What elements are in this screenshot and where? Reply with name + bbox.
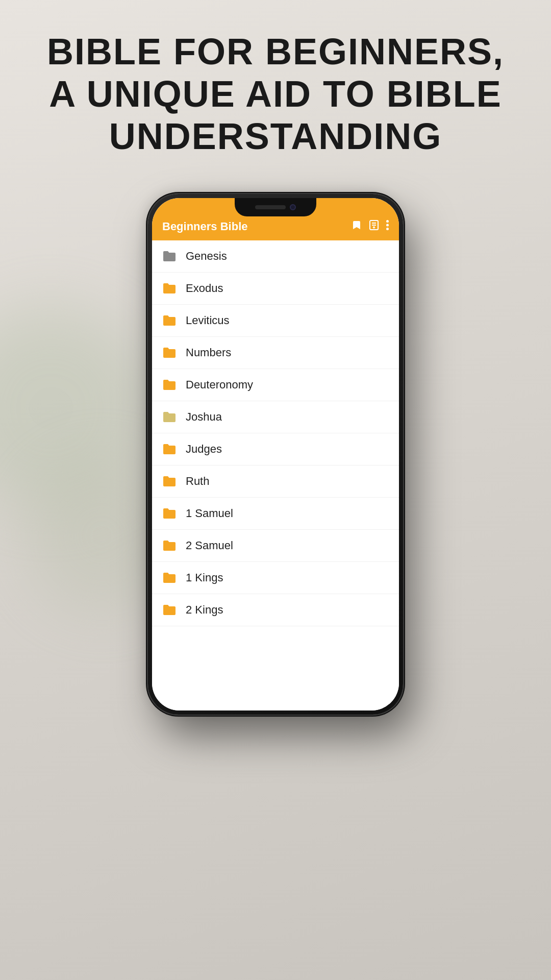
folder-icon bbox=[162, 507, 177, 520]
list-item[interactable]: 1 Samuel bbox=[152, 498, 399, 530]
list-item[interactable]: Deuteronomy bbox=[152, 369, 399, 401]
folder-icon bbox=[162, 603, 177, 617]
notch bbox=[235, 198, 316, 216]
list-item[interactable]: 1 Kings bbox=[152, 562, 399, 594]
phone-mockup: Beginners Bible bbox=[148, 194, 403, 715]
book-name: 2 Kings bbox=[186, 603, 223, 617]
list-item[interactable]: 2 Kings bbox=[152, 594, 399, 626]
folder-icon bbox=[162, 282, 177, 295]
book-name: 1 Kings bbox=[186, 571, 223, 584]
folder-icon bbox=[162, 378, 177, 391]
bible-book-list: Genesis Exodus Leviticus Numbers Deutero… bbox=[152, 240, 399, 710]
export-icon[interactable] bbox=[369, 219, 379, 233]
folder-icon bbox=[162, 314, 177, 327]
list-item[interactable]: Joshua bbox=[152, 401, 399, 433]
list-item[interactable]: Numbers bbox=[152, 337, 399, 369]
book-name: Leviticus bbox=[186, 314, 230, 327]
list-item[interactable]: 2 Samuel bbox=[152, 530, 399, 562]
book-name: Deuteronomy bbox=[186, 378, 253, 391]
bookmark-icon[interactable] bbox=[352, 219, 362, 233]
list-item[interactable]: Genesis bbox=[152, 240, 399, 273]
headline-text: BIBLE FOR BEGINNERS, A UNIQUE AID TO BIB… bbox=[31, 31, 520, 157]
list-item[interactable]: Ruth bbox=[152, 465, 399, 498]
list-item[interactable]: Exodus bbox=[152, 273, 399, 305]
camera bbox=[290, 204, 296, 210]
book-name: Joshua bbox=[186, 410, 222, 424]
svg-point-5 bbox=[386, 228, 389, 230]
book-name: 1 Samuel bbox=[186, 507, 233, 520]
headline-line3: UNDERSTANDING bbox=[109, 116, 442, 157]
speaker bbox=[255, 205, 286, 209]
folder-icon bbox=[162, 475, 177, 488]
app-title: Beginners Bible bbox=[162, 220, 247, 233]
book-name: Judges bbox=[186, 443, 222, 456]
folder-icon bbox=[162, 410, 177, 424]
headline-line2: A UNIQUE AID TO BIBLE bbox=[49, 74, 502, 114]
list-item[interactable]: Judges bbox=[152, 433, 399, 465]
folder-icon bbox=[162, 346, 177, 359]
list-item[interactable]: Leviticus bbox=[152, 305, 399, 337]
book-name: 2 Samuel bbox=[186, 539, 233, 552]
folder-icon bbox=[162, 571, 177, 584]
svg-point-3 bbox=[386, 220, 389, 223]
folder-icon bbox=[162, 539, 177, 552]
folder-icon bbox=[162, 443, 177, 456]
book-name: Exodus bbox=[186, 282, 223, 295]
headline-line1: BIBLE FOR BEGINNERS, bbox=[47, 31, 504, 72]
phone-shell: Beginners Bible bbox=[148, 194, 403, 715]
svg-point-4 bbox=[386, 224, 389, 227]
book-name: Ruth bbox=[186, 475, 209, 488]
book-name: Genesis bbox=[186, 250, 227, 263]
phone-screen: Beginners Bible bbox=[152, 198, 399, 710]
header-actions bbox=[352, 219, 389, 233]
headline: BIBLE FOR BEGINNERS, A UNIQUE AID TO BIB… bbox=[0, 31, 551, 157]
book-name: Numbers bbox=[186, 346, 231, 359]
folder-icon bbox=[162, 250, 177, 263]
more-options-icon[interactable] bbox=[386, 220, 389, 233]
